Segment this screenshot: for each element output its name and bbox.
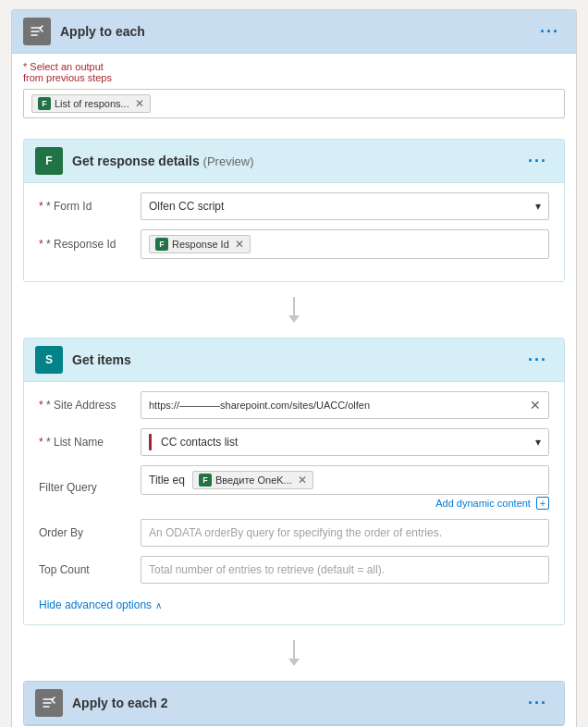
top-count-placeholder: Total number of entries to retrieve (def…	[149, 563, 385, 576]
get-response-title: Get response details (Preview)	[72, 154, 522, 168]
response-id-label: * * Response Id	[39, 238, 141, 251]
arrow-shaft-1	[293, 297, 295, 315]
loop-2-icon	[41, 695, 57, 711]
get-items-icon: S	[35, 346, 63, 374]
get-items-section: S Get items ··· * * Site Address https:/…	[23, 338, 565, 625]
form-id-dropdown-arrow[interactable]: ▾	[535, 200, 541, 213]
apply-to-each-title: Apply to each	[60, 24, 534, 39]
response-id-chip-text: Response Id	[172, 239, 229, 250]
list-name-value: CC contacts list	[161, 436, 238, 449]
site-address-clear[interactable]: ✕	[530, 398, 541, 413]
get-response-header: F Get response details (Preview) ···	[24, 140, 564, 183]
order-by-label: Order By	[39, 526, 141, 539]
arrow-connector-2	[12, 635, 576, 672]
output-chip-close[interactable]: ✕	[135, 97, 144, 110]
get-response-section: F Get response details (Preview) ··· * *…	[23, 139, 565, 282]
response-chip-icon: F	[155, 238, 168, 251]
list-name-label: * * List Name	[39, 436, 141, 449]
filter-query-input[interactable]: Title eq F Введите OneK... ✕	[141, 465, 549, 495]
apply-to-each-more-btn[interactable]: ···	[534, 20, 565, 43]
forms-letter: F	[42, 99, 47, 108]
filter-query-chip[interactable]: F Введите OneK... ✕	[192, 471, 313, 489]
form-id-label: * * Form Id	[39, 200, 141, 213]
hide-advanced-text: Hide advanced options	[39, 598, 152, 611]
list-name-input[interactable]: CC contacts list ▾	[141, 428, 549, 456]
form-id-row: * * Form Id Olfen CC script ▾	[39, 192, 549, 220]
get-items-more-btn[interactable]: ···	[522, 349, 553, 372]
filter-query-chip-close[interactable]: ✕	[298, 474, 307, 487]
get-response-preview: (Preview)	[203, 154, 254, 168]
apply-to-each-2-header: Apply to each 2 ···	[24, 682, 564, 725]
top-count-row: Top Count Total number of entries to ret…	[39, 556, 549, 584]
apply-to-each-2-more-btn[interactable]: ···	[522, 692, 553, 715]
arrow-head-1	[288, 315, 300, 323]
get-response-icon: F	[35, 147, 63, 175]
get-items-body: * * Site Address https://————sharepoint.…	[24, 382, 564, 624]
apply-to-each-2-icon	[35, 689, 63, 717]
site-address-value: https://————sharepoint.com/sites/UACC/ol…	[149, 400, 530, 411]
output-field[interactable]: F List of respons... ✕	[23, 89, 565, 118]
filter-query-label: Filter Query	[39, 481, 141, 494]
response-id-row: * * Response Id F Response Id ✕	[39, 229, 549, 259]
get-response-more-btn[interactable]: ···	[522, 150, 553, 173]
apply-to-each-2-card: Apply to each 2 ···	[23, 681, 565, 726]
loop-icon	[29, 23, 45, 40]
arrow-connector-1	[12, 291, 576, 328]
chevron-up-icon: ∧	[155, 600, 162, 610]
filter-query-row: Filter Query Title eq F Введите OneK... …	[39, 465, 549, 510]
add-dynamic-plus-icon[interactable]: +	[536, 497, 549, 510]
list-name-indicator	[149, 434, 152, 450]
filter-query-chip-text: Введите OneK...	[215, 474, 292, 486]
add-dynamic-content-link[interactable]: Add dynamic content +	[141, 497, 549, 510]
site-address-input[interactable]: https://————sharepoint.com/sites/UACC/ol…	[141, 391, 549, 419]
hide-advanced-link[interactable]: Hide advanced options ∧	[39, 598, 162, 611]
form-id-input[interactable]: Olfen CC script ▾	[141, 192, 549, 220]
response-id-chip-close[interactable]: ✕	[235, 238, 244, 251]
apply-to-each-header: Apply to each ···	[12, 10, 576, 54]
order-by-row: Order By An ODATA orderBy query for spec…	[39, 519, 549, 547]
response-id-input[interactable]: F Response Id ✕	[141, 229, 549, 259]
site-address-row: * * Site Address https://————sharepoint.…	[39, 391, 549, 419]
top-count-input[interactable]: Total number of entries to retrieve (def…	[141, 556, 549, 584]
filter-query-prefix: Title eq	[149, 474, 185, 487]
filter-query-chip-icon: F	[199, 474, 212, 487]
arrow-line-1	[288, 297, 300, 323]
apply-to-each-card: Apply to each ··· * Select an outputfrom…	[11, 9, 577, 727]
output-label: * Select an outputfrom previous steps	[23, 61, 565, 83]
output-chip-text: List of respons...	[55, 98, 129, 109]
output-select-area: * Select an outputfrom previous steps F …	[12, 54, 576, 129]
arrow-shaft-2	[293, 640, 295, 659]
get-items-header: S Get items ···	[24, 339, 564, 382]
site-address-label: * * Site Address	[39, 399, 141, 412]
sharepoint-s-icon: S	[45, 353, 53, 366]
get-response-body: * * Form Id Olfen CC script ▾ * * Respon…	[24, 183, 564, 281]
output-chip[interactable]: F List of respons... ✕	[31, 94, 151, 113]
get-items-title: Get items	[72, 352, 522, 367]
output-chip-icon: F	[38, 97, 51, 110]
apply-to-each-icon	[23, 18, 51, 45]
form-id-value: Olfen CC script	[149, 200, 224, 213]
apply-to-each-2-title: Apply to each 2	[72, 696, 522, 710]
list-name-dropdown-arrow[interactable]: ▾	[535, 436, 541, 449]
arrow-line-2	[288, 640, 300, 666]
output-label-text: Select an outputfrom previous steps	[23, 61, 112, 83]
arrow-head-2	[288, 659, 300, 666]
top-count-label: Top Count	[39, 563, 141, 576]
list-name-row: * * List Name CC contacts list ▾	[39, 428, 549, 456]
order-by-placeholder: An ODATA orderBy query for specifying th…	[149, 526, 442, 539]
forms-f-icon: F	[45, 154, 52, 167]
order-by-input[interactable]: An ODATA orderBy query for specifying th…	[141, 519, 549, 547]
response-id-chip[interactable]: F Response Id ✕	[149, 235, 251, 253]
